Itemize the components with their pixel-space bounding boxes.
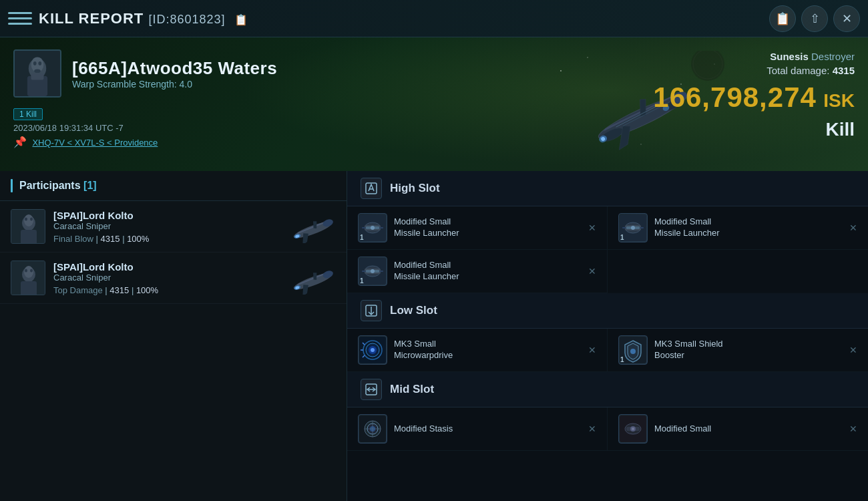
- participant-name: [SPAI]Lord Kolto: [53, 210, 274, 221]
- hero-left: [665A]Atwood35 Waters Warp Scramble Stre…: [0, 37, 334, 171]
- low-slot-header: Low Slot: [347, 293, 868, 329]
- participant-card[interactable]: [SPAI]Lord Kolto Caracal Sniper Top Dama…: [0, 253, 347, 304]
- ship-class: Destroyer: [811, 51, 855, 62]
- total-damage-value: 4315: [833, 65, 855, 76]
- header-actions: 📋 ⇧ ✕: [769, 5, 860, 32]
- hero-meta: 1 Kill 2023/06/18 19:31:34 UTC -7 📌 XHQ-…: [13, 108, 320, 148]
- slot-item: 1 Modified Small Missile Launcher ✕: [347, 250, 608, 293]
- location-pin-icon: 📌: [13, 136, 27, 148]
- svg-point-12: [640, 144, 642, 145]
- report-id: [ID:8601823]: [148, 13, 225, 26]
- item-name: Modified Small Missile Launcher: [394, 260, 582, 283]
- participant-avatar: [11, 209, 45, 244]
- participant-percent: 100%: [136, 285, 158, 295]
- svg-point-72: [371, 348, 375, 352]
- low-slot-section: Low Slot: [347, 293, 868, 372]
- clipboard-button[interactable]: 📋: [769, 5, 796, 32]
- svg-rect-58: [622, 227, 626, 228]
- slot-item: Modified Small ✕: [608, 407, 868, 451]
- item-close-button[interactable]: ✕: [588, 424, 596, 434]
- item-icon: [618, 414, 648, 444]
- participant-info: [SPAI]Lord Kolto Caracal Sniper Top Dama…: [53, 261, 274, 295]
- participant-ship-icon: [282, 261, 336, 295]
- mid-slot-items: Modified Stasis ✕: [347, 407, 868, 451]
- close-button[interactable]: ✕: [833, 5, 860, 32]
- item-name: MK3 Small Microwarpdrive: [394, 339, 582, 361]
- item-name: Modified Stasis: [394, 424, 582, 435]
- svg-point-28: [30, 218, 33, 221]
- victim-name-info: [665A]Atwood35 Waters Warp Scramble Stre…: [72, 58, 277, 90]
- item-name: Modified Small: [654, 424, 843, 435]
- kill-location-row: 📌 XHQ-7V < XV7L-S < Providence: [13, 136, 320, 148]
- mid-slot-title: Mid Slot: [390, 383, 434, 396]
- svg-point-4: [38, 61, 41, 65]
- slot-item: 1 Modified Small Missile Launcher ✕: [347, 206, 608, 250]
- kill-date: 2023/06/18 19:31:34 UTC -7: [13, 123, 320, 133]
- svg-rect-66: [379, 271, 383, 272]
- kill-result: Kill: [653, 119, 855, 140]
- item-name: MK3 Small Shield Booster: [654, 339, 843, 361]
- warp-scramble-info: Warp Scramble Strength: 4.0: [72, 79, 277, 90]
- main-content: Participants [1] [SPAI]Lord Kolto Caraca…: [0, 171, 868, 501]
- svg-rect-65: [362, 271, 366, 272]
- svg-point-57: [631, 226, 635, 230]
- total-damage-line: Total damage: 4315: [653, 65, 855, 76]
- slot-item: 1 Modified Small Missile Launcher ✕: [608, 206, 868, 250]
- participant-name: [SPAI]Lord Kolto: [53, 261, 274, 273]
- victim-name: [665A]Atwood35 Waters: [72, 58, 277, 79]
- svg-rect-29: [21, 230, 37, 244]
- hero-name-row: [665A]Atwood35 Waters Warp Scramble Stre…: [13, 49, 320, 98]
- isk-row: 166,798,274 ISK: [653, 81, 855, 114]
- svg-point-5: [34, 69, 40, 73]
- kill-badge: 1 Kill: [13, 108, 43, 120]
- high-slot-title: High Slot: [390, 182, 440, 195]
- copy-icon[interactable]: 📋: [234, 14, 248, 25]
- item-close-button[interactable]: ✕: [849, 222, 857, 233]
- svg-point-9: [587, 57, 588, 58]
- participant-stats: Top Damage | 4315 | 100%: [53, 285, 274, 295]
- isk-value: 166,798,274: [653, 81, 817, 113]
- item-icon: 1: [618, 213, 648, 242]
- menu-icon[interactable]: [8, 7, 32, 31]
- svg-point-37: [25, 269, 27, 273]
- item-qty: 1: [620, 356, 624, 363]
- item-close-button[interactable]: ✕: [588, 222, 596, 233]
- item-icon: 1: [618, 335, 648, 365]
- slot-item: 1 MK3 Small Shield Booster ✕: [608, 329, 868, 372]
- participants-title: Participants [1]: [19, 180, 97, 192]
- low-slot-title: Low Slot: [390, 304, 437, 317]
- item-close-button[interactable]: ✕: [588, 266, 596, 277]
- participant-ship: Caracal Sniper: [53, 273, 274, 283]
- ship-name: Sunesis: [770, 51, 809, 62]
- slot-item: Modified Stasis ✕: [347, 407, 608, 451]
- low-slot-items: MK3 Small Microwarpdrive ✕ 1 MK3: [347, 329, 868, 372]
- export-button[interactable]: ⇧: [801, 5, 828, 32]
- svg-point-38: [30, 269, 33, 273]
- mid-slot-section: Mid Slot: [347, 372, 868, 451]
- high-slot-icon: [361, 178, 382, 199]
- item-close-button[interactable]: ✕: [849, 345, 857, 355]
- participant-damage: 4315: [101, 234, 120, 244]
- kill-location[interactable]: XHQ-7V < XV7L-S < Providence: [32, 138, 158, 148]
- item-name: Modified Small Missile Launcher: [394, 216, 582, 239]
- high-slot-section: High Slot 1: [347, 171, 868, 293]
- ship-type-line: Sunesis Destroyer: [653, 51, 855, 62]
- kill-report-label: KILL REPORT: [39, 10, 144, 27]
- participant-card[interactable]: [SPAI]Lord Kolto Caracal Sniper Final Bl…: [0, 201, 347, 253]
- slot-item: MK3 Small Microwarpdrive ✕: [347, 329, 608, 372]
- item-icon: 1: [358, 213, 387, 242]
- participant-damage: 4315: [110, 285, 129, 295]
- svg-rect-59: [640, 227, 644, 228]
- participants-header: Participants [1]: [0, 171, 347, 201]
- svg-rect-51: [362, 227, 366, 228]
- mid-slot-icon: [361, 379, 382, 400]
- high-slot-header: High Slot: [347, 171, 868, 206]
- item-close-button[interactable]: ✕: [849, 424, 857, 434]
- participant-stats: Final Blow | 4315 | 100%: [53, 234, 274, 244]
- item-name: Modified Small Missile Launcher: [654, 216, 843, 239]
- item-icon: 1: [358, 257, 387, 286]
- svg-rect-39: [21, 281, 37, 295]
- item-close-button[interactable]: ✕: [588, 345, 596, 355]
- header-title: KILL REPORT [ID:8601823] 📋: [39, 10, 248, 27]
- svg-point-8: [560, 70, 562, 71]
